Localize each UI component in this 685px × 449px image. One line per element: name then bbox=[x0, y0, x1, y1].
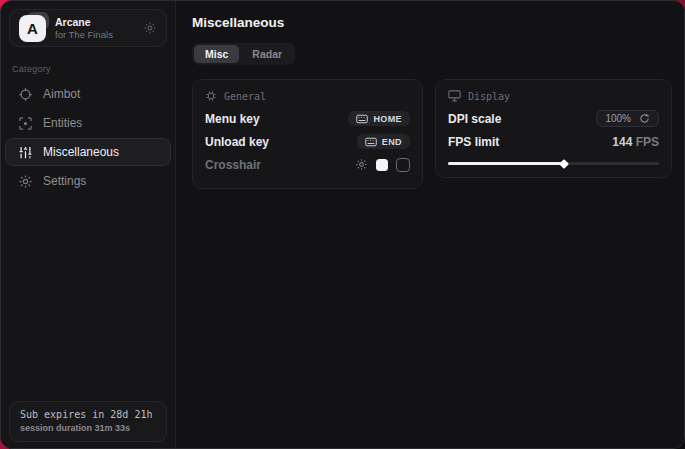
dpi-scale-control[interactable]: 100% bbox=[596, 110, 659, 127]
fps-limit-slider[interactable] bbox=[448, 162, 659, 165]
general-card-header: General bbox=[205, 90, 410, 102]
sidebar-item-aimbot[interactable]: Aimbot bbox=[5, 80, 171, 108]
fps-limit-row: FPS limit 144 FPS bbox=[448, 130, 659, 153]
monitor-icon bbox=[448, 90, 461, 102]
brand-text: Arcane for The Finals bbox=[55, 16, 113, 41]
sidebar: A Arcane for The Finals Category bbox=[1, 1, 176, 448]
crosshair-color-swatch[interactable] bbox=[376, 159, 388, 171]
scan-icon bbox=[18, 116, 33, 131]
unload-keybind-value: END bbox=[382, 137, 402, 147]
gear-icon bbox=[18, 174, 33, 189]
sidebar-item-entities[interactable]: Entities bbox=[5, 109, 171, 137]
app-window: A Arcane for The Finals Category bbox=[0, 0, 685, 449]
menu-key-row: Menu key HOME bbox=[205, 107, 410, 130]
sidebar-item-label: Settings bbox=[43, 174, 86, 188]
menu-keybind-value: HOME bbox=[373, 114, 402, 124]
slider-thumb[interactable] bbox=[559, 159, 569, 169]
session-duration-text: session duration 31m 33s bbox=[20, 423, 156, 433]
chip-icon bbox=[205, 90, 217, 102]
keyboard-icon bbox=[356, 114, 368, 124]
crosshair-controls bbox=[355, 158, 410, 172]
tab-misc[interactable]: Misc bbox=[194, 45, 239, 63]
fps-limit-label: FPS limit bbox=[448, 135, 499, 149]
sidebar-item-label: Aimbot bbox=[43, 87, 80, 101]
sidebar-item-label: Miscellaneous bbox=[43, 145, 119, 159]
display-card: Display DPI scale 100% bbox=[435, 79, 672, 178]
tab-bar: Misc Radar bbox=[192, 43, 295, 65]
tab-radar[interactable]: Radar bbox=[241, 45, 293, 63]
app-subtitle: for The Finals bbox=[55, 29, 113, 41]
crosshair-label: Crosshair bbox=[205, 158, 261, 172]
crosshair-checkbox[interactable] bbox=[396, 158, 410, 172]
gear-icon[interactable] bbox=[355, 158, 368, 171]
keyboard-icon bbox=[365, 137, 377, 147]
refresh-icon[interactable] bbox=[639, 113, 650, 124]
menu-keybind-button[interactable]: HOME bbox=[348, 111, 410, 126]
category-label: Category bbox=[12, 64, 164, 74]
app-logo: A bbox=[19, 15, 46, 42]
logo-letter: A bbox=[19, 15, 46, 42]
fps-limit-value: 144 FPS bbox=[612, 135, 659, 149]
crosshair-icon bbox=[18, 87, 33, 102]
dpi-scale-row: DPI scale 100% bbox=[448, 107, 659, 130]
sliders-icon bbox=[18, 145, 33, 160]
sidebar-item-miscellaneous[interactable]: Miscellaneous bbox=[5, 138, 171, 166]
general-card: General Menu key HOME bbox=[192, 79, 423, 189]
sidebar-item-label: Entities bbox=[43, 116, 82, 130]
main-content: Miscellaneous Misc Radar General bbox=[176, 1, 685, 448]
unload-key-label: Unload key bbox=[205, 135, 269, 149]
display-card-header: Display bbox=[448, 90, 659, 102]
unload-keybind-button[interactable]: END bbox=[357, 134, 410, 149]
settings-cards: General Menu key HOME bbox=[192, 79, 672, 189]
page-title: Miscellaneous bbox=[192, 15, 672, 30]
sidebar-item-settings[interactable]: Settings bbox=[5, 167, 171, 195]
display-card-title: Display bbox=[468, 91, 510, 102]
slider-fill bbox=[448, 162, 564, 165]
menu-key-label: Menu key bbox=[205, 112, 260, 126]
sidebar-nav: Aimbot Entities Miscel bbox=[1, 80, 175, 195]
dpi-scale-label: DPI scale bbox=[448, 112, 501, 126]
unload-key-row: Unload key END bbox=[205, 130, 410, 153]
subscription-info-card: Sub expires in 28d 21h session duration … bbox=[9, 401, 167, 442]
app-name: Arcane bbox=[55, 16, 113, 29]
brand-card: A Arcane for The Finals bbox=[9, 9, 167, 47]
sub-expires-text: Sub expires in 28d 21h bbox=[20, 409, 156, 420]
crosshair-row: Crosshair bbox=[205, 153, 410, 176]
dpi-scale-value: 100% bbox=[605, 113, 631, 124]
gear-icon[interactable] bbox=[143, 21, 157, 35]
general-card-title: General bbox=[224, 91, 266, 102]
